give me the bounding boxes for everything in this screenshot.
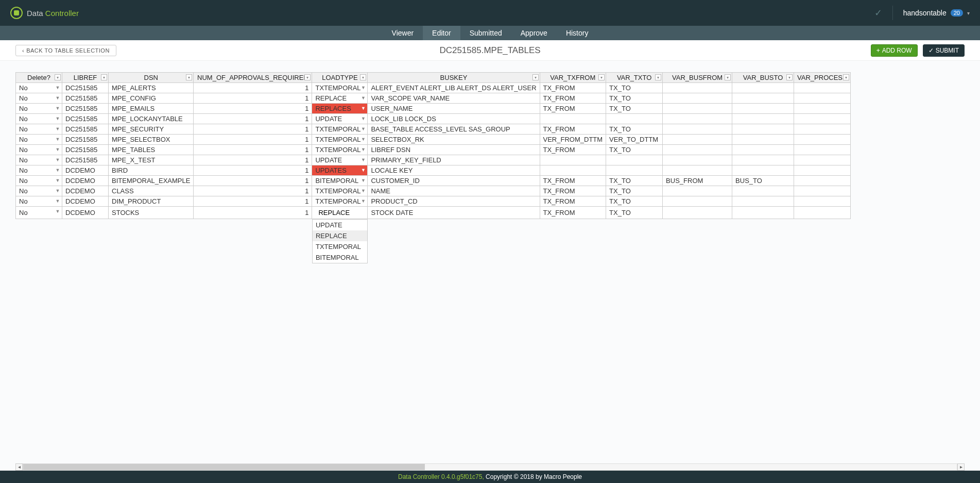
- toolbar: ‹ BACK TO TABLE SELECTION DC251585.MPE_T…: [0, 40, 980, 61]
- nav-history[interactable]: History: [557, 26, 598, 40]
- logo: Data Controller: [10, 7, 79, 19]
- plus-icon: +: [876, 47, 880, 54]
- back-button-label: BACK TO TABLE SELECTION: [26, 47, 110, 54]
- back-button[interactable]: ‹ BACK TO TABLE SELECTION: [15, 45, 116, 56]
- brand-part1: Data: [27, 9, 43, 18]
- add-row-button[interactable]: + ADD ROW: [871, 44, 918, 57]
- divider: [892, 6, 893, 20]
- add-row-label: ADD ROW: [882, 47, 912, 54]
- main-nav: Viewer Editor Submitted Approve History: [0, 26, 980, 40]
- nav-viewer[interactable]: Viewer: [383, 26, 423, 40]
- nav-editor[interactable]: Editor: [423, 26, 460, 40]
- submit-button[interactable]: ✓ SUBMIT: [923, 44, 965, 57]
- chevron-down-icon: ▾: [967, 10, 970, 16]
- brand-part2: Controller: [45, 9, 79, 18]
- username: handsontable: [903, 9, 947, 17]
- check-icon: ✓: [929, 47, 934, 54]
- user-menu[interactable]: handsontable 20 ▾: [903, 9, 970, 17]
- page-title: DC251585.MPE_TABLES: [439, 45, 540, 56]
- submit-label: SUBMIT: [936, 47, 959, 54]
- chevron-left-icon: ‹: [22, 47, 24, 54]
- status-check-icon[interactable]: ✓: [874, 7, 882, 19]
- user-badge: 20: [951, 9, 963, 16]
- nav-submitted[interactable]: Submitted: [460, 26, 511, 40]
- nav-approve[interactable]: Approve: [511, 26, 557, 40]
- logo-icon: [10, 7, 23, 19]
- app-header: Data Controller ✓ handsontable 20 ▾: [0, 0, 980, 26]
